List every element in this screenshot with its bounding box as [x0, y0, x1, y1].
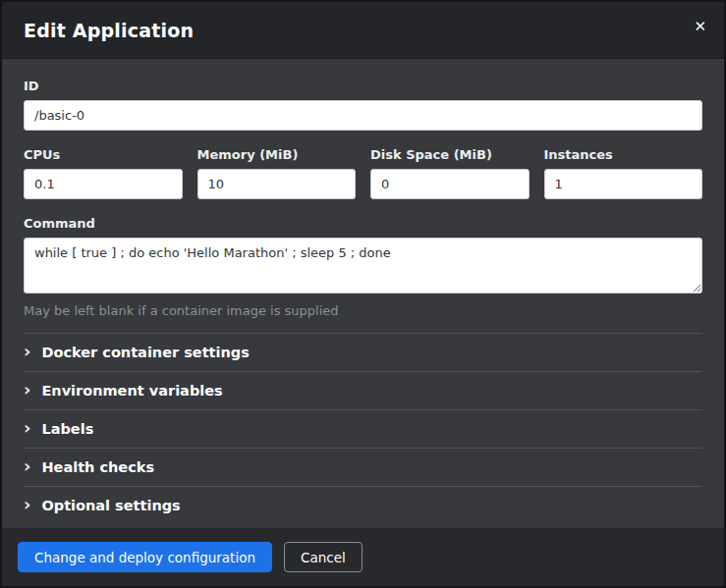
change-and-deploy-button[interactable]: Change and deploy configuration [18, 542, 272, 572]
memory-label: Memory (MiB) [197, 147, 357, 162]
id-input[interactable] [24, 100, 702, 131]
id-label: ID [24, 79, 702, 93]
collapsible-sections: › Docker container settings › Environmen… [24, 333, 702, 524]
command-help-text: May be left blank if a container image i… [24, 303, 702, 318]
command-textarea[interactable]: while [ true ] ; do echo 'Hello Marathon… [24, 238, 702, 294]
section-docker-container-settings[interactable]: › Docker container settings [24, 333, 702, 371]
disk-input[interactable] [370, 169, 530, 199]
section-health-checks[interactable]: › Health checks [24, 448, 702, 486]
cpus-label: CPUs [24, 147, 183, 162]
section-label: Environment variables [41, 383, 222, 399]
chevron-right-icon: › [24, 345, 30, 358]
command-label: Command [24, 216, 702, 231]
section-environment-variables[interactable]: › Environment variables [24, 371, 702, 409]
section-label: Labels [41, 421, 93, 437]
chevron-right-icon: › [24, 459, 30, 473]
instances-input[interactable] [544, 169, 703, 199]
section-label: Optional settings [41, 498, 180, 513]
id-field-group: ID [24, 79, 702, 131]
close-icon[interactable]: ✕ [690, 16, 710, 38]
section-labels[interactable]: › Labels [24, 409, 702, 448]
cpus-input[interactable] [24, 169, 183, 199]
memory-field-group: Memory (MiB) [197, 147, 357, 199]
disk-field-group: Disk Space (MiB) [370, 147, 530, 199]
section-label: Health checks [41, 459, 154, 475]
section-optional-settings[interactable]: › Optional settings [24, 486, 702, 524]
page-title: Edit Application [24, 20, 702, 41]
instances-field-group: Instances [544, 147, 703, 199]
chevron-right-icon: › [24, 383, 30, 397]
chevron-right-icon: › [24, 421, 30, 435]
modal-header: Edit Application ✕ [2, 2, 724, 59]
modal-body: ID CPUs Memory (MiB) Disk Space (MiB) In… [2, 59, 724, 527]
edit-application-modal: Edit Application ✕ ID CPUs Memory (MiB) … [0, 0, 726, 588]
instances-label: Instances [544, 147, 703, 162]
section-label: Docker container settings [41, 345, 249, 360]
chevron-right-icon: › [24, 498, 30, 511]
disk-label: Disk Space (MiB) [370, 147, 530, 162]
cpus-field-group: CPUs [24, 147, 183, 199]
cancel-button[interactable]: Cancel [284, 542, 363, 572]
command-field-group: Command while [ true ] ; do echo 'Hello … [24, 216, 702, 318]
resource-fields-row: CPUs Memory (MiB) Disk Space (MiB) Insta… [24, 147, 702, 199]
modal-footer: Change and deploy configuration Cancel [2, 527, 724, 586]
memory-input[interactable] [197, 169, 357, 199]
